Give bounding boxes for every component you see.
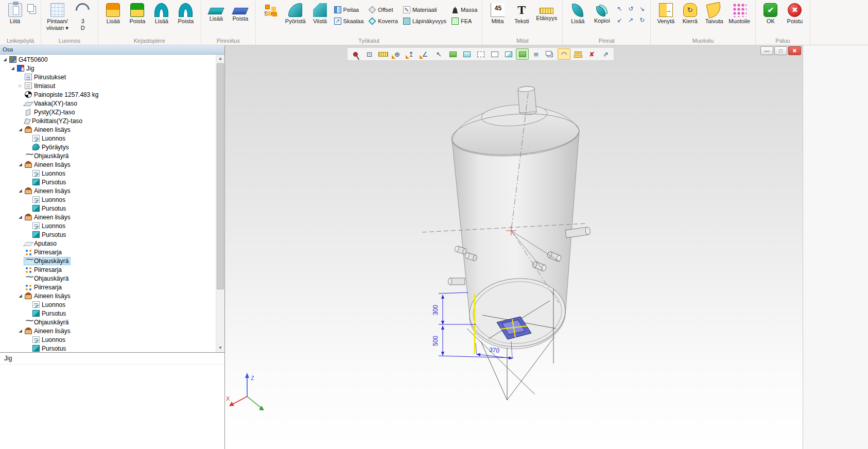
- tree-item-aineen-lis-ys[interactable]: ◢Aineen lisäys: [0, 326, 216, 335]
- expand-arrow[interactable]: ◢: [17, 188, 24, 193]
- tree-item-painopiste-1257-483-kg[interactable]: Painopiste 1257.483 kg: [0, 90, 216, 99]
- tree-scrollbar[interactable]: ▲ ▼: [216, 55, 224, 352]
- expand-arrow[interactable]: ◢: [17, 215, 24, 219]
- tree-item-pursotus[interactable]: Pursotus: [0, 344, 216, 352]
- view-hidden-icon[interactable]: [474, 48, 487, 60]
- select-body-icon[interactable]: [516, 48, 529, 60]
- delete-icon[interactable]: ✘: [585, 48, 598, 60]
- face-tool-4-button[interactable]: ↗: [626, 15, 636, 25]
- tree-item-ohjausk-yr[interactable]: Ohjauskäyrä: [0, 256, 216, 265]
- measure-box-icon[interactable]: ⊡: [363, 48, 376, 60]
- expand-arrow[interactable]: ◢: [17, 329, 24, 333]
- tree-item-vaaka-xy-taso[interactable]: Vaaka(XY)-taso: [0, 99, 216, 108]
- scene-3d[interactable]: 300 500 370 Z X: [225, 61, 803, 449]
- tree-item-pysty-xz-taso[interactable]: Pysty(XZ)-taso: [0, 108, 216, 116]
- tree-item-luonnos[interactable]: Luonnos: [0, 300, 216, 309]
- tree-item-aineen-lis-ys[interactable]: ◢Aineen lisäys: [0, 291, 216, 300]
- coating-add-button[interactable]: Lisää: [204, 1, 228, 23]
- dimension-button[interactable]: Mitta: [485, 1, 509, 25]
- tree-item-aputaso[interactable]: Aputaso: [0, 239, 216, 248]
- tree-item-ohjausk-yr[interactable]: Ohjauskäyrä: [0, 274, 216, 283]
- shape-button[interactable]: Muotoile: [726, 1, 752, 25]
- scroll-up-arrow[interactable]: ▲: [216, 55, 224, 63]
- stretch-button[interactable]: Venytä: [654, 1, 678, 25]
- ruler-icon[interactable]: [377, 48, 390, 60]
- mass-button[interactable]: Massa: [450, 4, 479, 15]
- offset-button[interactable]: Offset: [367, 4, 400, 15]
- fillet-button[interactable]: Pyöristä: [283, 1, 308, 25]
- coating-remove-button[interactable]: Poista: [229, 1, 252, 23]
- tree-item-g4t50600[interactable]: ◢G4T50600: [0, 55, 216, 64]
- tree-item-piirustukset[interactable]: Piirustukset: [0, 73, 216, 81]
- tree-item-luonnos[interactable]: Luonnos: [0, 169, 216, 178]
- material-button[interactable]: Materiaali: [402, 4, 448, 15]
- snap-center-icon[interactable]: ⊕: [391, 48, 404, 60]
- tree-item-pursotus[interactable]: Pursotus: [0, 204, 216, 213]
- export-view-icon[interactable]: ⇗: [599, 48, 612, 60]
- transparency-button[interactable]: Läpinäkyvyys: [402, 15, 448, 27]
- sketch-3d-button[interactable]: 3 D: [71, 1, 95, 31]
- paste-button[interactable]: Liitä: [3, 1, 27, 25]
- expand-arrow[interactable]: ▷: [17, 83, 24, 88]
- tree-item-jig[interactable]: ◢Jig: [0, 64, 216, 73]
- tree-item-luonnos[interactable]: Luonnos: [0, 335, 216, 344]
- tree-item-pursotus[interactable]: Pursotus: [0, 178, 216, 186]
- tree-item-aineen-lis-ys[interactable]: ◢Aineen lisäys: [0, 160, 216, 169]
- tree-item-ohjausk-yr[interactable]: Ohjauskäyrä: [0, 151, 216, 160]
- fea-button[interactable]: FEA: [450, 15, 479, 27]
- face-tool-2-button[interactable]: ↙: [614, 15, 624, 25]
- pin-icon[interactable]: [349, 48, 362, 60]
- expand-arrow[interactable]: ◢: [17, 293, 24, 298]
- hollow-button[interactable]: Koverra: [367, 15, 400, 27]
- maximize-button[interactable]: □: [774, 46, 787, 55]
- view-wire-icon[interactable]: [460, 48, 473, 60]
- mirror-button[interactable]: Peilaa: [333, 4, 366, 15]
- tree-item-luonnos[interactable]: Luonnos: [0, 221, 216, 230]
- series-button[interactable]: Sarja: [259, 1, 283, 18]
- tree-item-luonnos[interactable]: Luonnos: [0, 134, 216, 143]
- library-add-2-button[interactable]: Lisää: [150, 1, 173, 25]
- tree-item-pursotus[interactable]: Pursotus: [0, 230, 216, 239]
- tree-item-luonnos[interactable]: Luonnos: [0, 195, 216, 204]
- library-add-button[interactable]: Lisää: [101, 1, 125, 25]
- work-planes-icon[interactable]: [571, 48, 584, 60]
- face-add-button[interactable]: Lisää: [566, 1, 589, 25]
- distance-button[interactable]: Etäisyys: [534, 1, 559, 22]
- close-button[interactable]: ✖: [788, 46, 801, 55]
- library-remove-button[interactable]: Poista: [126, 1, 149, 25]
- tree-item-aineen-lis-ys[interactable]: ◢Aineen lisäys: [0, 213, 216, 221]
- bend-button[interactable]: Taivuta: [702, 1, 726, 25]
- tree-item-aineen-lis-ys[interactable]: ◢Aineen lisäys: [0, 125, 216, 134]
- tree-item-piirresarja[interactable]: Piirresarja: [0, 283, 216, 291]
- exit-button[interactable]: Poistu: [783, 1, 807, 25]
- text-button[interactable]: Teksti: [510, 1, 533, 25]
- select-filter-icon[interactable]: ↖: [432, 48, 445, 60]
- library-remove-2-button[interactable]: Poista: [174, 1, 198, 25]
- chamfer-button[interactable]: Viistä: [308, 1, 332, 25]
- scroll-down-arrow[interactable]: ▼: [216, 344, 224, 352]
- sketch-on-face-button[interactable]: Pintaan/ viivaan ▾: [44, 1, 71, 31]
- scrollbar-thumb[interactable]: [217, 63, 224, 289]
- view-solid-icon[interactable]: [446, 48, 459, 60]
- tree-item-ohjausk-yr[interactable]: Ohjauskäyrä: [0, 318, 216, 326]
- face-tool-1-button[interactable]: ↖: [614, 4, 624, 14]
- expand-arrow[interactable]: ◢: [2, 57, 8, 62]
- ok-button[interactable]: OK: [759, 1, 783, 25]
- twist-button[interactable]: Kierrä: [678, 1, 702, 25]
- expand-arrow[interactable]: ◢: [9, 66, 16, 71]
- copy-button[interactable]: [27, 4, 38, 14]
- tree-item-ilmiasut[interactable]: ▷Ilmiasut: [0, 81, 216, 90]
- minimize-button[interactable]: —: [760, 46, 773, 55]
- vessel[interactable]: [450, 86, 581, 350]
- expand-arrow[interactable]: ◢: [17, 162, 24, 167]
- face-copy-button[interactable]: Kopioi: [590, 1, 614, 25]
- face-tool-5-button[interactable]: ↘: [637, 4, 647, 14]
- snap-angle-icon[interactable]: ∠: [419, 48, 431, 60]
- face-tool-6-button[interactable]: ↻: [637, 15, 647, 25]
- render-mode-icon[interactable]: ◠: [558, 48, 570, 60]
- view-front-icon[interactable]: [488, 48, 501, 60]
- scale-button[interactable]: Skaalaa: [333, 15, 366, 27]
- snap-vertical-icon[interactable]: ↥: [405, 48, 418, 60]
- tree-item-aineen-lis-ys[interactable]: ◢Aineen lisäys: [0, 186, 216, 195]
- expand-arrow[interactable]: ◢: [17, 127, 24, 132]
